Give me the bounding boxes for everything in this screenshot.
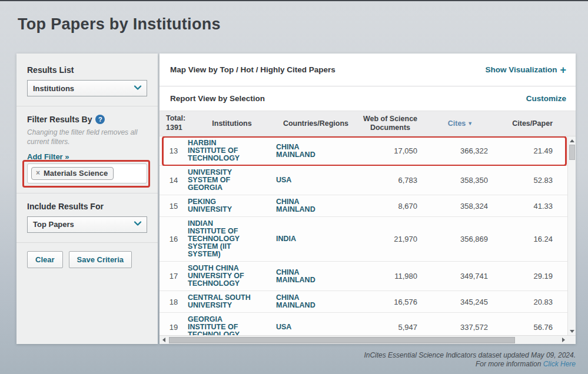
add-filter-link[interactable]: Add Filter » — [27, 152, 147, 161]
cites-per-paper-cell: 52.83 — [496, 176, 562, 185]
vertical-scrollbar[interactable] — [567, 136, 576, 335]
filters-sidebar: Results List Institutions Filter Results… — [16, 54, 158, 344]
remove-filter-icon[interactable]: × — [36, 169, 40, 177]
cites-cell: 358,324 — [425, 202, 496, 211]
scroll-right-icon[interactable] — [559, 338, 567, 342]
dataset-footer: InCites Essential Science Indicators dat… — [364, 351, 576, 369]
country-cell: INDIA — [276, 235, 356, 243]
include-results-for-label: Include Results For — [27, 202, 147, 211]
table-row[interactable]: 13 HARBIN INSTITUTE OF TECHNOLOGY CHINA … — [160, 136, 567, 166]
table-body: 13 HARBIN INSTITUTE OF TECHNOLOGY CHINA … — [160, 136, 567, 335]
rank-cell: 14 — [160, 176, 188, 185]
country-cell: CHINA MAINLAND — [276, 269, 356, 284]
institution-cell: PEKING UNIVERSITY — [188, 198, 276, 213]
map-view-title: Map View by Top / Hot / Highly Cited Pap… — [170, 65, 335, 74]
wos-documents-cell: 17,050 — [356, 146, 425, 155]
report-view-title: Report View by Selection — [170, 94, 265, 103]
cites-per-paper-cell: 56.76 — [496, 323, 562, 332]
sidebar-divider — [16, 242, 158, 243]
table-row[interactable]: 18 CENTRAL SOUTH UNIVERSITY CHINA MAINLA… — [160, 291, 567, 313]
filter-chip-materials-science[interactable]: × Materials Science — [31, 167, 114, 180]
show-visualization-label: Show Visualization — [485, 65, 557, 74]
chevron-down-icon — [133, 83, 142, 94]
column-header-cites-per-paper: Cites/Paper — [496, 119, 562, 128]
country-cell: CHINA MAINLAND — [276, 198, 356, 213]
wos-documents-cell: 8,670 — [356, 202, 425, 211]
cites-cell: 356,869 — [425, 235, 496, 243]
page-title: Top Papers by Institutions — [18, 15, 221, 34]
customize-label: Customize — [526, 94, 566, 103]
plus-icon: + — [560, 65, 566, 75]
cites-cell: 358,350 — [425, 176, 496, 185]
total-value: 1391 — [166, 123, 188, 133]
cites-per-paper-cell: 29.19 — [496, 272, 562, 280]
wos-documents-cell: 16,576 — [356, 298, 425, 306]
footer-line-2: For more information — [476, 360, 541, 368]
results-list-select[interactable]: Institutions — [27, 80, 147, 96]
save-criteria-button[interactable]: Save Criteria — [69, 251, 132, 268]
chevron-down-icon — [133, 219, 142, 230]
horizontal-scrollbar[interactable] — [160, 335, 576, 344]
country-cell: CHINA MAINLAND — [276, 143, 356, 159]
institution-cell: UNIVERSITY SYSTEM OF GEORGIA — [188, 169, 276, 192]
cites-cell: 337,572 — [425, 323, 496, 332]
rank-cell: 16 — [160, 235, 188, 243]
filter-chip-label: Materials Science — [44, 169, 108, 178]
institution-cell: CENTRAL SOUTH UNIVERSITY — [188, 294, 276, 309]
help-icon[interactable]: ? — [95, 115, 105, 124]
customize-link[interactable]: Customize — [526, 94, 566, 103]
filter-tag-area: × Materials Science — [27, 163, 147, 183]
sort-descending-icon: ▼ — [467, 121, 473, 126]
sidebar-divider — [16, 193, 158, 193]
column-header-countries: Countries/Regions — [276, 119, 356, 128]
institution-cell: GEORGIA INSTITUTE OF TECHNOLOGY — [188, 316, 276, 335]
country-cell: CHINA MAINLAND — [276, 294, 356, 309]
rank-cell: 19 — [160, 323, 188, 332]
table-row[interactable]: 19 GEORGIA INSTITUTE OF TECHNOLOGY USA 5… — [160, 313, 567, 335]
scroll-down-icon[interactable] — [568, 327, 576, 335]
rank-cell: 17 — [160, 272, 188, 280]
include-results-select[interactable]: Top Papers — [27, 216, 147, 233]
show-visualization-link[interactable]: Show Visualization + — [485, 65, 566, 75]
rank-cell: 13 — [160, 146, 188, 155]
institution-cell: SOUTH CHINA UNIVERSITY OF TECHNOLOGY — [188, 265, 276, 288]
clear-button[interactable]: Clear — [27, 251, 63, 268]
vertical-scrollbar-thumb[interactable] — [569, 145, 575, 160]
table-row[interactable]: 17 SOUTH CHINA UNIVERSITY OF TECHNOLOGY … — [160, 262, 567, 291]
results-list-label: Results List — [27, 65, 147, 75]
report-panel: Map View by Top / Hot / Highly Cited Pap… — [160, 54, 576, 344]
scroll-left-icon[interactable] — [160, 338, 168, 342]
cites-per-paper-cell: 20.83 — [496, 298, 562, 306]
table-row[interactable]: 14 UNIVERSITY SYSTEM OF GEORGIA USA 6,78… — [160, 166, 567, 195]
cites-sort-label: Cites — [448, 119, 466, 128]
footer-line-1: InCites Essential Science Indicators dat… — [364, 351, 576, 360]
country-cell: USA — [276, 176, 356, 184]
sidebar-divider — [16, 106, 158, 106]
rank-cell: 15 — [160, 202, 188, 211]
rank-cell: 18 — [160, 298, 188, 306]
wos-documents-cell: 21,970 — [356, 235, 425, 243]
horizontal-scrollbar-thumb[interactable] — [169, 337, 515, 343]
institution-cell: INDIAN INSTITUTE OF TECHNOLOGY SYSTEM (I… — [188, 220, 276, 258]
cites-per-paper-cell: 16.24 — [496, 235, 562, 243]
filter-note: Changing the filter field removes all cu… — [27, 128, 147, 147]
total-label: Total: — [166, 114, 188, 123]
total-count: Total: 1391 — [160, 114, 188, 132]
column-header-cites-sort[interactable]: Cites▼ — [425, 119, 496, 128]
filter-input-box[interactable]: × Materials Science — [27, 163, 147, 183]
table-row[interactable]: 16 INDIAN INSTITUTE OF TECHNOLOGY SYSTEM… — [160, 217, 567, 262]
cites-cell: 345,245 — [425, 298, 496, 306]
cites-cell: 366,322 — [425, 146, 496, 155]
results-list-selected-value: Institutions — [33, 84, 74, 93]
wos-documents-cell: 5,947 — [356, 323, 425, 332]
window-top-edge — [0, 0, 588, 1]
filter-results-by-label: Filter Results By — [27, 115, 92, 124]
click-here-link[interactable]: Click Here — [543, 360, 576, 368]
column-header-wos-documents: Web of Science Documents — [356, 115, 425, 132]
table-row[interactable]: 15 PEKING UNIVERSITY CHINA MAINLAND 8,67… — [160, 195, 567, 217]
scroll-up-icon[interactable] — [568, 136, 576, 145]
institution-cell: HARBIN INSTITUTE OF TECHNOLOGY — [188, 139, 276, 162]
country-cell: USA — [276, 323, 356, 331]
include-results-selected-value: Top Papers — [33, 220, 74, 229]
table-header-row: Total: 1391 Institutions Countries/Regio… — [160, 111, 576, 136]
